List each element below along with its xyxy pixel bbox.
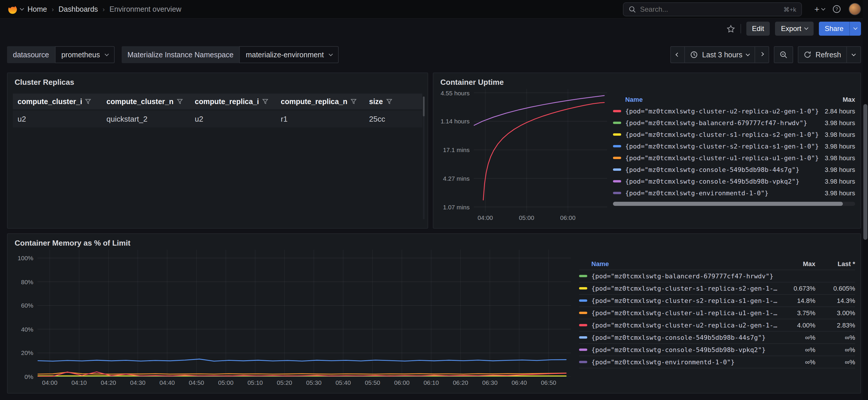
time-shift-forward-button[interactable] bbox=[754, 46, 769, 63]
export-button[interactable]: Export bbox=[775, 22, 814, 36]
legend-item[interactable]: {pod="mz0tcmxlswtg-environmentd-1-0"}3.9… bbox=[613, 187, 855, 199]
x-axis-tick-label: 05:10 bbox=[247, 379, 263, 386]
time-shift-back-button[interactable] bbox=[671, 46, 685, 63]
table-cell: quickstart_2 bbox=[102, 110, 190, 127]
x-axis-tick-label: 04:40 bbox=[159, 379, 175, 386]
legend-series-name[interactable]: {pod="mz0tcmxlswtg-console-549b5db98b-44… bbox=[625, 166, 819, 174]
share-button[interactable]: Share bbox=[819, 22, 849, 36]
chart-canvas bbox=[37, 250, 571, 377]
datasource-variable-select[interactable]: prometheus bbox=[55, 46, 115, 63]
grafana-logo-icon bbox=[7, 3, 18, 14]
page-scrollbar-thumb[interactable] bbox=[863, 104, 867, 240]
legend-series-name[interactable]: {pod="mz0tcmxlswtg-cluster-s2-replica-s1… bbox=[591, 297, 779, 304]
plot-area[interactable] bbox=[37, 250, 571, 377]
plot-area[interactable] bbox=[474, 89, 607, 212]
filter-icon[interactable] bbox=[262, 98, 269, 105]
legend-series-name[interactable]: {pod="mz0tcmxlswtg-cluster-s1-replica-s2… bbox=[625, 131, 819, 138]
top-nav: Home › Dashboards › Environment overview… bbox=[0, 0, 868, 19]
legend-item[interactable]: {pod="mz0tcmxlswtg-cluster-u2-replica-u2… bbox=[579, 319, 855, 332]
legend-name-header[interactable]: Name bbox=[579, 260, 779, 267]
series-color-marker bbox=[579, 348, 587, 351]
table-cell: u2 bbox=[190, 110, 276, 127]
refresh-button[interactable]: Refresh bbox=[798, 46, 847, 63]
time-range-picker[interactable]: Last 3 hours bbox=[685, 46, 755, 63]
legend-scrollbar-thumb[interactable] bbox=[613, 202, 843, 206]
search-box[interactable]: ⌘+k bbox=[623, 2, 802, 16]
legend-item[interactable]: {pod="mz0tcmxlswtg-cluster-s2-replica-s1… bbox=[613, 140, 855, 152]
grafana-logo-button[interactable] bbox=[7, 3, 23, 14]
page-scrollbar[interactable] bbox=[863, 0, 868, 400]
legend-series-name[interactable]: {pod="mz0tcmxlswtg-cluster-s1-replica-s2… bbox=[591, 284, 779, 292]
legend-max-header[interactable]: Max bbox=[779, 260, 815, 267]
filter-icon[interactable] bbox=[350, 98, 357, 105]
filter-icon[interactable] bbox=[85, 98, 92, 105]
legend-item[interactable]: {pod="mz0tcmxlswtg-console-549b5db98b-vp… bbox=[613, 176, 855, 187]
legend-max-value: 2.84 hours bbox=[819, 107, 855, 115]
share-options-button[interactable] bbox=[849, 22, 861, 36]
x-axis-tick-label: 06:50 bbox=[541, 379, 556, 386]
x-axis-tick-label: 04:50 bbox=[189, 379, 204, 386]
panel-title[interactable]: Container Memory as % of Limit bbox=[8, 234, 860, 250]
legend-item[interactable]: {pod="mz0tcmxlswtg-cluster-u1-replica-u1… bbox=[613, 152, 855, 164]
legend-item[interactable]: {pod="mz0tcmxlswtg-cluster-s1-replica-s2… bbox=[613, 129, 855, 140]
panel-title[interactable]: Cluster Replicas bbox=[8, 73, 428, 89]
namespace-variable-label: Materialize Instance Namespace bbox=[122, 46, 240, 63]
edit-button[interactable]: Edit bbox=[746, 22, 770, 36]
zoom-out-button[interactable] bbox=[774, 46, 793, 63]
panel-title[interactable]: Container Uptime bbox=[433, 73, 860, 89]
legend-series-name[interactable]: {pod="mz0tcmxlswtg-cluster-u1-replica-u1… bbox=[625, 154, 819, 162]
legend-name-header[interactable]: Name bbox=[613, 96, 819, 103]
refresh-interval-button[interactable] bbox=[846, 46, 861, 63]
legend-series-name[interactable]: {pod="mz0tcmxlswtg-balancerd-679777cf47-… bbox=[591, 272, 779, 280]
filter-icon[interactable] bbox=[386, 98, 392, 105]
legend-series-name[interactable]: {pod="mz0tcmxlswtg-console-549b5db98b-44… bbox=[591, 334, 779, 341]
legend-series-name[interactable]: {pod="mz0tcmxlswtg-balancerd-679777cf47-… bbox=[625, 119, 819, 127]
legend-series-name[interactable]: {pod="mz0tcmxlswtg-cluster-s2-replica-s1… bbox=[625, 143, 819, 150]
table-column-header[interactable]: size bbox=[364, 94, 422, 110]
legend-item[interactable]: {pod="mz0tcmxlswtg-console-549b5db98b-vp… bbox=[579, 344, 855, 356]
legend-item[interactable]: {pod="mz0tcmxlswtg-console-549b5db98b-44… bbox=[613, 164, 855, 176]
legend-item[interactable]: {pod="mz0tcmxlswtg-cluster-u1-replica-u1… bbox=[579, 307, 855, 319]
legend-item[interactable]: {pod="mz0tcmxlswtg-console-549b5db98b-44… bbox=[579, 332, 855, 344]
legend-series-name[interactable]: {pod="mz0tcmxlswtg-cluster-u1-replica-u1… bbox=[591, 309, 779, 317]
chevron-left-icon bbox=[676, 53, 680, 57]
legend-series-name[interactable]: {pod="mz0tcmxlswtg-cluster-u2-replica-u2… bbox=[591, 321, 779, 329]
x-axis-tick-label: 05:20 bbox=[277, 379, 292, 386]
breadcrumb-dashboards[interactable]: Dashboards bbox=[59, 5, 98, 13]
legend-series-name[interactable]: {pod="mz0tcmxlswtg-environmentd-1-0"} bbox=[625, 189, 819, 197]
legend-item[interactable]: {pod="mz0tcmxlswtg-balancerd-679777cf47-… bbox=[579, 270, 855, 282]
filter-icon[interactable] bbox=[176, 98, 183, 105]
table-column-header[interactable]: compute_cluster_n bbox=[102, 94, 190, 110]
table-column-header[interactable]: compute_replica_i bbox=[190, 94, 276, 110]
legend-max-value: 3.98 hours bbox=[819, 189, 855, 196]
table-cell: u2 bbox=[13, 110, 102, 127]
legend-max-header[interactable]: Max bbox=[819, 96, 855, 103]
namespace-variable-select[interactable]: materialize-environment bbox=[239, 46, 338, 63]
x-axis: 04:0004:1004:2004:3004:4004:5005:0005:10… bbox=[37, 377, 571, 387]
table-scrollbar[interactable] bbox=[423, 96, 425, 219]
search-input[interactable] bbox=[640, 5, 779, 13]
series-line bbox=[474, 96, 604, 125]
favorite-star-button[interactable] bbox=[726, 24, 735, 33]
y-axis-tick-label: 4.55 hours bbox=[440, 89, 469, 96]
legend-series-name[interactable]: {pod="mz0tcmxlswtg-console-549b5db98b-vp… bbox=[591, 346, 779, 353]
legend-scrollbar[interactable] bbox=[613, 202, 855, 206]
legend-item[interactable]: {pod="mz0tcmxlswtg-environmentd-1-0"}∞%∞… bbox=[579, 356, 855, 368]
legend-header: NameMaxLast * bbox=[579, 258, 855, 270]
x-axis-tick-label: 05:30 bbox=[306, 379, 322, 386]
user-avatar[interactable] bbox=[849, 3, 861, 15]
breadcrumb-home[interactable]: Home bbox=[28, 5, 47, 13]
legend-item[interactable]: {pod="mz0tcmxlswtg-balancerd-679777cf47-… bbox=[613, 117, 855, 129]
add-new-button[interactable]: + bbox=[814, 5, 825, 13]
legend-series-name[interactable]: {pod="mz0tcmxlswtg-environmentd-1-0"} bbox=[591, 358, 779, 366]
legend-last-header[interactable]: Last * bbox=[815, 260, 855, 267]
legend-max-value: 3.98 hours bbox=[819, 178, 855, 185]
legend-series-name[interactable]: {pod="mz0tcmxlswtg-console-549b5db98b-vp… bbox=[625, 178, 819, 185]
help-button[interactable]: ? bbox=[832, 5, 841, 13]
table-column-header[interactable]: compute_replica_n bbox=[276, 94, 364, 110]
legend-item[interactable]: {pod="mz0tcmxlswtg-cluster-u2-replica-u2… bbox=[613, 105, 855, 117]
legend-item[interactable]: {pod="mz0tcmxlswtg-cluster-s1-replica-s2… bbox=[579, 282, 855, 295]
legend-item[interactable]: {pod="mz0tcmxlswtg-cluster-s2-replica-s1… bbox=[579, 295, 855, 307]
table-column-header[interactable]: compute_cluster_i bbox=[13, 94, 102, 110]
legend-series-name[interactable]: {pod="mz0tcmxlswtg-cluster-u2-replica-u2… bbox=[625, 107, 819, 115]
